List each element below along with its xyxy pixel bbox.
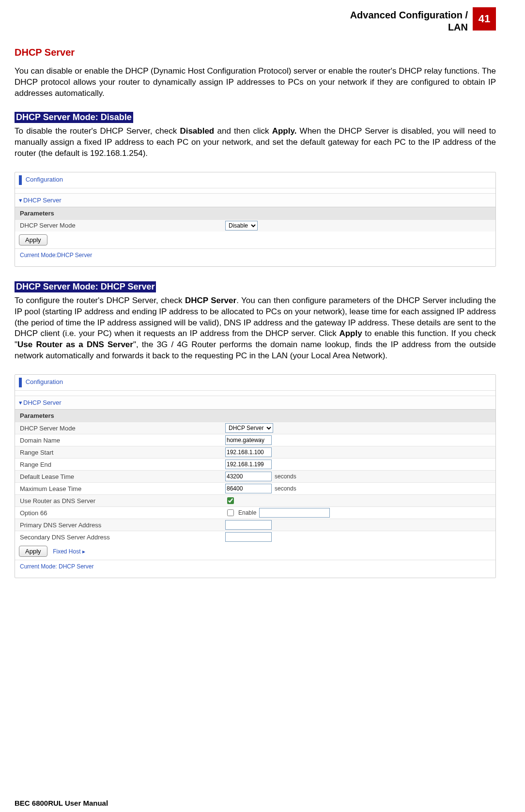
intro-paragraph: You can disable or enable the DHCP (Dyna… — [15, 66, 496, 99]
unit-label: seconds — [275, 473, 296, 480]
option66-checkbox[interactable] — [227, 509, 234, 516]
config-screenshot-server: Configuration ▾DHCP Server Parameters DH… — [15, 374, 496, 578]
secondary-dns-row: Secondary DNS Server Address — [15, 531, 495, 543]
breadcrumb-line1: Advanced Configuration / — [350, 10, 468, 20]
max-lease-input[interactable] — [225, 484, 272, 493]
mode-label: DHCP Server Mode — [15, 220, 223, 231]
primary-dns-input[interactable] — [225, 520, 272, 530]
primary-dns-row: Primary DNS Server Address — [15, 519, 495, 531]
default-lease-row: Default Lease Time seconds — [15, 470, 495, 482]
section-title: DHCP Server — [15, 47, 496, 58]
parameters-row: Parameters — [15, 207, 495, 219]
mode-select[interactable]: Disable — [225, 221, 258, 230]
range-end-row: Range End — [15, 458, 495, 470]
option66-row: Option 66 Enable — [15, 506, 495, 519]
mode-disable-heading: DHCP Server Mode: Disable — [15, 112, 133, 123]
apply-row: Apply Fixed Host ▸ — [15, 543, 495, 560]
config-header: Configuration — [15, 172, 495, 188]
page-header: Advanced Configuration / LAN 41 — [15, 7, 496, 33]
caret-down-icon: ▾ — [19, 399, 22, 406]
current-mode: Current Mode:DHCP Server — [15, 248, 495, 261]
mode-disable-paragraph: To disable the router's DHCP Server, che… — [15, 126, 496, 159]
current-mode: Current Mode: DHCP Server — [15, 560, 495, 573]
dhcp-section-title: ▾DHCP Server — [15, 193, 495, 207]
caret-down-icon: ▾ — [19, 197, 22, 204]
config-screenshot-disable: Configuration ▾DHCP Server Parameters DH… — [15, 172, 496, 267]
apply-row: Apply — [15, 231, 495, 248]
apply-button[interactable]: Apply — [19, 546, 47, 557]
dhcp-section-title: ▾DHCP Server — [15, 396, 495, 409]
mode-select[interactable]: DHCP Server — [225, 423, 273, 433]
use-router-dns-checkbox[interactable] — [227, 497, 234, 504]
config-header: Configuration — [15, 375, 495, 391]
config-label: Configuration — [26, 379, 63, 386]
max-lease-row: Maximum Lease Time seconds — [15, 482, 495, 494]
use-router-dns-row: Use Router as DNS Server — [15, 494, 495, 506]
triangle-right-icon: ▸ — [82, 548, 85, 555]
breadcrumb-line2: LAN — [448, 22, 468, 32]
apply-button[interactable]: Apply — [19, 234, 47, 245]
config-label: Configuration — [26, 176, 63, 183]
range-start-row: Range Start — [15, 446, 495, 458]
page-number: 41 — [473, 7, 496, 31]
mode-row: DHCP Server Mode Disable — [15, 219, 495, 231]
range-end-input[interactable] — [225, 460, 272, 469]
enable-label: Enable — [238, 509, 256, 516]
fixed-host-link[interactable]: Fixed Host ▸ — [53, 548, 85, 555]
blue-bar-icon — [19, 378, 22, 387]
breadcrumb: Advanced Configuration / LAN — [350, 7, 473, 33]
mode-server-paragraph: To configure the router's DHCP Server, c… — [15, 295, 496, 362]
footer: BEC 6800RUL User Manual — [15, 799, 108, 807]
default-lease-input[interactable] — [225, 472, 272, 481]
blue-bar-icon — [19, 175, 22, 185]
mode-row: DHCP Server Mode DHCP Server — [15, 422, 495, 434]
secondary-dns-input[interactable] — [225, 532, 272, 542]
parameters-row: Parameters — [15, 409, 495, 422]
domain-row: Domain Name — [15, 434, 495, 446]
unit-label: seconds — [275, 485, 296, 492]
range-start-input[interactable] — [225, 447, 272, 457]
mode-server-heading: DHCP Server Mode: DHCP Server — [15, 281, 156, 292]
domain-input[interactable] — [225, 435, 272, 445]
option66-input[interactable] — [259, 508, 330, 518]
